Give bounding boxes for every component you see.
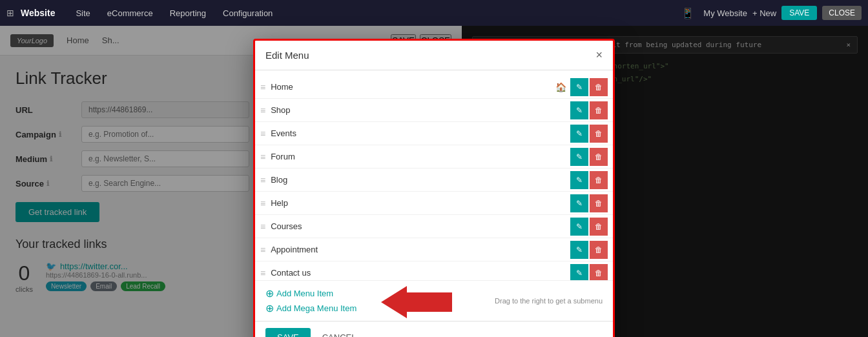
add-menu-label: Add Menu Item	[276, 289, 333, 298]
main-area: YourLogo Home Sh... SAVE CLOSE Link Trac…	[0, 26, 868, 337]
menu-item-label: Contact us	[271, 268, 570, 278]
top-save-button[interactable]: SAVE	[781, 6, 817, 20]
drag-handle-icon[interactable]: ≡	[260, 268, 265, 278]
new-button[interactable]: + New	[752, 8, 776, 18]
delete-menu-item-button[interactable]: 🗑	[590, 194, 608, 212]
drag-hint: Drag to the right to get a submenu	[495, 297, 603, 305]
nav-site[interactable]: Site	[69, 8, 96, 18]
modal-footer-links: ⊕ Add Menu Item ⊕ Add Mega Menu Item	[255, 280, 613, 321]
plus-mega-icon: ⊕	[265, 302, 274, 314]
edit-menu-item-button[interactable]: ✎	[570, 194, 588, 212]
modal-footer: SAVE CANCEL	[255, 321, 613, 337]
table-row: ≡ Help ✎ 🗑	[255, 192, 613, 215]
add-mega-label: Add Mega Menu Item	[276, 303, 356, 313]
drag-handle-icon[interactable]: ≡	[260, 198, 265, 209]
menu-item-label: Courses	[271, 221, 570, 231]
edit-menu-item-button[interactable]: ✎	[570, 125, 588, 143]
modal-save-button[interactable]: SAVE	[265, 328, 311, 337]
edit-menu-item-button[interactable]: ✎	[570, 218, 588, 236]
edit-menu-item-button[interactable]: ✎	[570, 264, 588, 281]
table-row: ≡ Courses ✎ 🗑	[255, 215, 613, 238]
menu-item-label: Blog	[271, 175, 570, 185]
drag-handle-icon[interactable]: ≡	[260, 175, 265, 185]
modal-cancel-button[interactable]: CANCEL	[317, 328, 362, 337]
home-icon: 🏠	[555, 82, 566, 92]
top-close-button[interactable]: CLOSE	[822, 6, 862, 20]
drag-handle-icon[interactable]: ≡	[260, 82, 265, 92]
app-name: Website	[21, 8, 55, 18]
mobile-icon: 📱	[681, 7, 694, 19]
drag-handle-icon[interactable]: ≡	[260, 221, 265, 232]
menu-items-list: ≡ Home 🏠 ✎ 🗑 ≡ Shop ✎ 🗑 ≡ Events ✎ 🗑 ≡ F…	[255, 76, 613, 280]
menu-item-label: Home	[271, 82, 555, 92]
drag-handle-icon[interactable]: ≡	[260, 152, 265, 162]
my-website-dropdown[interactable]: My Website	[703, 8, 747, 18]
add-mega-menu-link[interactable]: ⊕ Add Mega Menu Item	[265, 302, 356, 314]
grid-icon: ⊞	[6, 8, 14, 18]
table-row: ≡ Events ✎ 🗑	[255, 122, 613, 145]
edit-menu-item-button[interactable]: ✎	[570, 148, 588, 166]
drag-handle-icon[interactable]: ≡	[260, 105, 265, 116]
modal-header: Edit Menu ×	[255, 41, 613, 70]
top-nav: ⊞ Website Site eCommerce Reporting Confi…	[0, 0, 868, 26]
drag-handle-icon[interactable]: ≡	[260, 245, 265, 255]
modal-body: ≡ Home 🏠 ✎ 🗑 ≡ Shop ✎ 🗑 ≡ Events ✎ 🗑 ≡ F…	[255, 70, 613, 280]
edit-menu-item-button[interactable]: ✎	[570, 78, 588, 96]
delete-menu-item-button[interactable]: 🗑	[590, 241, 608, 259]
nav-reporting[interactable]: Reporting	[163, 8, 212, 18]
delete-menu-item-button[interactable]: 🗑	[590, 264, 608, 281]
arrow-svg	[381, 286, 452, 318]
delete-menu-item-button[interactable]: 🗑	[590, 171, 608, 189]
edit-menu-item-button[interactable]: ✎	[570, 101, 588, 119]
arrow-indicator	[381, 286, 452, 320]
delete-menu-item-button[interactable]: 🗑	[590, 125, 608, 143]
menu-item-label: Help	[271, 198, 570, 208]
edit-menu-modal: Edit Menu × ≡ Home 🏠 ✎ 🗑 ≡ Shop ✎ 🗑 ≡ Ev…	[253, 39, 615, 337]
modal-overlay: Edit Menu × ≡ Home 🏠 ✎ 🗑 ≡ Shop ✎ 🗑 ≡ Ev…	[0, 26, 868, 337]
delete-menu-item-button[interactable]: 🗑	[590, 148, 608, 166]
menu-item-label: Events	[271, 128, 570, 138]
table-row: ≡ Home 🏠 ✎ 🗑	[255, 76, 613, 99]
top-nav-right: 📱 My Website + New SAVE CLOSE	[681, 6, 862, 20]
table-row: ≡ Shop ✎ 🗑	[255, 99, 613, 122]
modal-title: Edit Menu	[265, 50, 309, 61]
edit-menu-item-button[interactable]: ✎	[570, 241, 588, 259]
delete-menu-item-button[interactable]: 🗑	[590, 78, 608, 96]
delete-menu-item-button[interactable]: 🗑	[590, 218, 608, 236]
svg-marker-1	[381, 286, 452, 318]
drag-handle-icon[interactable]: ≡	[260, 128, 265, 139]
nav-ecommerce[interactable]: eCommerce	[101, 8, 160, 18]
menu-item-label: Appointment	[271, 245, 570, 254]
edit-menu-item-button[interactable]: ✎	[570, 171, 588, 189]
menu-item-label: Forum	[271, 152, 570, 161]
delete-menu-item-button[interactable]: 🗑	[590, 101, 608, 119]
table-row: ≡ Contact us ✎ 🗑	[255, 261, 613, 280]
add-menu-item-link[interactable]: ⊕ Add Menu Item	[265, 287, 356, 300]
menu-item-label: Shop	[271, 105, 570, 115]
table-row: ≡ Appointment ✎ 🗑	[255, 238, 613, 261]
plus-icon: ⊕	[265, 287, 274, 300]
table-row: ≡ Forum ✎ 🗑	[255, 145, 613, 168]
modal-close-button[interactable]: ×	[595, 48, 603, 62]
nav-configuration[interactable]: Configuration	[216, 8, 279, 18]
table-row: ≡ Blog ✎ 🗑	[255, 168, 613, 192]
